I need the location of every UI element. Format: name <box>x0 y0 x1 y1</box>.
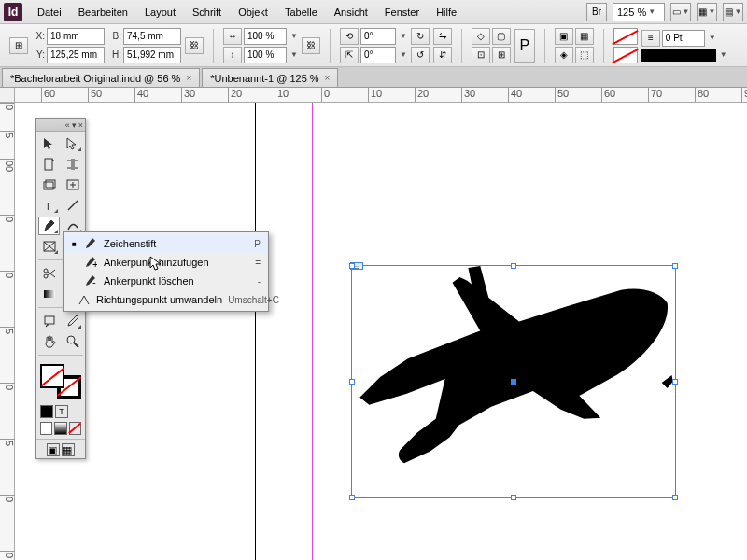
stroke-style[interactable] <box>641 49 716 62</box>
paragraph-style-icon[interactable]: P <box>514 29 535 63</box>
stroke-weight-input[interactable] <box>662 30 705 47</box>
flyout-add-anchor[interactable]: + Ankerpunkt hinzufügen = <box>64 253 268 272</box>
rotate-input[interactable] <box>360 28 396 45</box>
shear-input[interactable] <box>360 47 396 63</box>
type-tool[interactable]: T <box>38 196 60 215</box>
close-icon[interactable]: × <box>186 73 191 83</box>
width-input[interactable] <box>123 28 181 45</box>
eyedropper-tool[interactable] <box>62 312 83 330</box>
menu-layout[interactable]: Layout <box>137 3 183 21</box>
constrain-icon[interactable]: ⛓ <box>185 37 204 54</box>
collapse-icon[interactable]: « <box>65 120 70 130</box>
stroke-swatch[interactable] <box>613 47 638 63</box>
menu-datei[interactable]: Datei <box>30 3 69 21</box>
ruler-vertical[interactable]: 05000050500 <box>0 103 15 560</box>
selection-frame[interactable]: ▭ <box>351 265 676 498</box>
view-mode-preview[interactable]: ▦ <box>62 443 75 456</box>
apply-color[interactable] <box>40 405 53 418</box>
bridge-button[interactable]: Br <box>586 3 607 21</box>
menu-ansicht[interactable]: Ansicht <box>327 3 375 21</box>
selection-handle[interactable] <box>511 495 516 500</box>
line-tool[interactable] <box>62 196 83 215</box>
flip-h-icon[interactable]: ⇋ <box>433 28 452 45</box>
menu-fenster[interactable]: Fenster <box>377 3 427 21</box>
close-icon[interactable]: × <box>325 73 331 83</box>
scale-y-input[interactable] <box>244 47 287 63</box>
fill-swatch[interactable] <box>613 28 638 45</box>
constrain-scale-icon[interactable]: ⛓ <box>302 37 320 54</box>
wrap-shape-icon[interactable]: ◈ <box>555 47 573 63</box>
gap-tool[interactable] <box>62 155 83 174</box>
panel-close-icon[interactable]: × <box>78 120 83 130</box>
view-mode-normal[interactable]: ▣ <box>47 443 60 456</box>
shear-icon: ⇱ <box>340 47 359 63</box>
menu-schrift[interactable]: Schrift <box>185 3 229 21</box>
menu-hilfe[interactable]: Hilfe <box>429 3 464 21</box>
direct-selection-tool[interactable] <box>62 134 83 153</box>
selection-handle[interactable] <box>349 495 355 500</box>
object-icon[interactable]: ◇ <box>472 28 490 45</box>
reference-point-icon[interactable]: ⊞ <box>9 37 28 54</box>
content-collector-tool[interactable] <box>38 175 60 194</box>
menu-objekt[interactable]: Objekt <box>231 3 275 21</box>
ruler-origin[interactable] <box>0 88 15 103</box>
apply-none[interactable] <box>69 422 81 435</box>
document-tabs: *Bachelorarbeit Original.indd @ 56 %× *U… <box>0 67 747 88</box>
hand-tool[interactable] <box>38 332 60 351</box>
ruler-horizontal[interactable]: 6050403020100102030405060708090 <box>15 88 747 103</box>
wrap-bound-icon[interactable]: ▦ <box>575 28 594 45</box>
fill-prop-icon[interactable]: ⊞ <box>492 47 511 63</box>
selection-handle[interactable] <box>511 263 516 269</box>
x-label: X: <box>32 31 45 41</box>
doc-tab-1[interactable]: *Bachelorarbeit Original.indd @ 56 %× <box>2 68 200 87</box>
selection-handle[interactable] <box>349 263 355 269</box>
svg-point-10 <box>44 269 48 273</box>
menu-bearbeiten[interactable]: Bearbeiten <box>71 3 135 21</box>
stroke-weight-icon: ≡ <box>641 30 660 47</box>
selection-handle[interactable] <box>672 263 678 269</box>
scissors-tool[interactable] <box>38 264 60 283</box>
fit-icon[interactable]: ⊡ <box>472 47 490 63</box>
workspace-button[interactable]: ▤▼ <box>723 3 743 21</box>
wrap-none-icon[interactable]: ▣ <box>555 28 573 45</box>
fill-stroke-control[interactable] <box>40 364 81 399</box>
apply-gradient[interactable] <box>54 422 66 435</box>
default-colors[interactable] <box>40 422 52 435</box>
y-input[interactable] <box>47 47 105 63</box>
svg-line-23 <box>74 343 78 347</box>
flyout-pen[interactable]: ■ Zeichenstift P <box>64 234 268 253</box>
menu-tabelle[interactable]: Tabelle <box>277 3 325 21</box>
wrap-jump-icon[interactable]: ⬚ <box>575 47 594 63</box>
svg-text:+: + <box>92 259 97 269</box>
zoom-tool[interactable] <box>62 332 83 351</box>
fill-color[interactable] <box>40 364 64 388</box>
pen-tool[interactable] <box>38 217 60 235</box>
arrange-button[interactable]: ▦▼ <box>697 3 717 21</box>
scale-x-input[interactable] <box>244 28 287 45</box>
flyout-delete-anchor[interactable]: - Ankerpunkt löschen - <box>64 272 268 290</box>
center-handle[interactable] <box>511 379 516 385</box>
height-input[interactable] <box>123 47 181 63</box>
gradient-swatch-tool[interactable] <box>38 285 60 303</box>
text-frame-toggle[interactable]: T <box>55 405 68 418</box>
doc-tab-2[interactable]: *Unbenannt-1 @ 125 %× <box>202 68 338 87</box>
flyout-convert-point[interactable]: Richtungspunkt umwandeln Umschalt+C <box>64 290 268 309</box>
selection-handle[interactable] <box>349 379 355 385</box>
flip-v-icon[interactable]: ⇵ <box>433 47 452 63</box>
content-placer-tool[interactable] <box>62 175 83 194</box>
rectangle-frame-tool[interactable] <box>38 237 60 256</box>
zoom-level[interactable]: 125 %▼ <box>613 3 665 21</box>
x-input[interactable] <box>47 28 105 45</box>
y-label: Y: <box>32 49 45 60</box>
selection-tool[interactable] <box>38 134 60 153</box>
content-icon[interactable]: ▢ <box>492 28 511 45</box>
rotate-ccw-icon[interactable]: ↺ <box>411 47 430 63</box>
rotate-cw-icon[interactable]: ↻ <box>411 28 430 45</box>
selection-handle[interactable] <box>672 495 678 500</box>
canvas[interactable]: ▭ <box>15 103 747 560</box>
note-tool[interactable] <box>38 312 60 330</box>
panel-menu-icon[interactable]: ▾ <box>72 120 77 130</box>
page-tool[interactable] <box>38 155 60 174</box>
screen-mode-button[interactable]: ▭▼ <box>670 3 691 21</box>
selection-handle[interactable] <box>672 379 678 385</box>
